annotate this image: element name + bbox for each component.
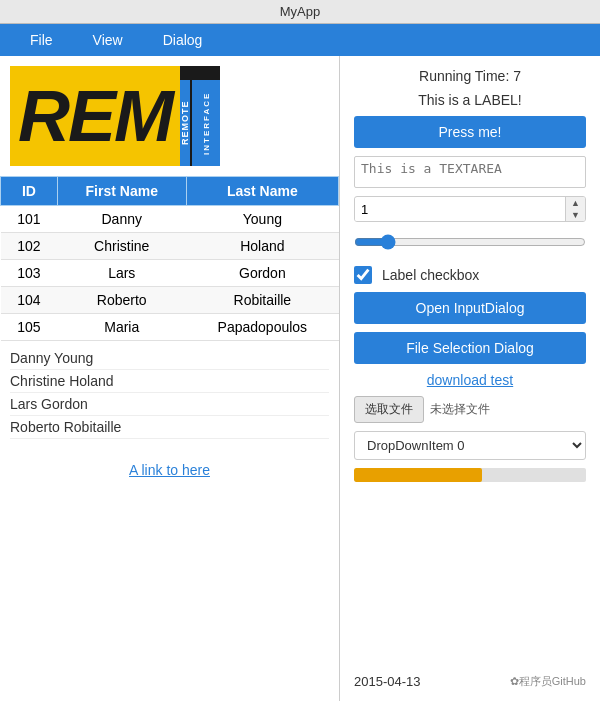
cell-lastname: Papadopoulos	[186, 314, 338, 341]
logo-area: REM REMote interface	[0, 56, 339, 176]
download-test-link[interactable]: download test	[354, 372, 586, 388]
list-item: Christine Holand	[10, 370, 329, 393]
table-row[interactable]: 105 Maria Papadopoulos	[1, 314, 339, 341]
col-header-firstname: First Name	[57, 177, 186, 206]
text-list: Danny YoungChristine HolandLars GordonRo…	[0, 341, 339, 445]
menu-bar: File View Dialog	[0, 24, 600, 56]
rem-letters: REM	[18, 80, 172, 152]
file-chooser-row: 选取文件 未选择文件	[354, 396, 586, 423]
slider-input[interactable]	[354, 234, 586, 250]
label-checkbox[interactable]	[354, 266, 372, 284]
link-area: A link to here	[0, 445, 339, 495]
left-panel: REM REMote interface	[0, 56, 340, 701]
rem-ote-text: REMote	[180, 101, 190, 146]
table-row[interactable]: 103 Lars Gordon	[1, 260, 339, 287]
file-selection-dialog-button[interactable]: File Selection Dialog	[354, 332, 586, 364]
list-item: Roberto Robitaille	[10, 416, 329, 439]
dropdown-select[interactable]: DropDownItem 0DropDownItem 1DropDownItem…	[354, 431, 586, 460]
watermark-label: ✿程序员GitHub	[510, 674, 586, 689]
cell-lastname: Holand	[186, 233, 338, 260]
rem-text-block: REM	[10, 66, 180, 166]
cell-lastname: Gordon	[186, 260, 338, 287]
spinner-arrows: ▲ ▼	[565, 197, 585, 221]
static-label: This is a LABEL!	[354, 92, 586, 108]
spinner-down[interactable]: ▼	[566, 209, 585, 221]
rem-interface-text: interface	[202, 91, 211, 154]
page-link[interactable]: A link to here	[129, 462, 210, 478]
running-time-label: Running Time: 7	[354, 68, 586, 84]
cell-id: 105	[1, 314, 58, 341]
cell-id: 101	[1, 206, 58, 233]
title-bar: MyApp	[0, 0, 600, 24]
cell-id: 102	[1, 233, 58, 260]
cell-id: 103	[1, 260, 58, 287]
cell-firstname: Lars	[57, 260, 186, 287]
cell-id: 104	[1, 287, 58, 314]
rem-ote-block: REMote	[180, 80, 190, 166]
cell-firstname: Danny	[57, 206, 186, 233]
col-header-id: ID	[1, 177, 58, 206]
progress-bar-fill	[354, 468, 482, 482]
file-choose-button[interactable]: 选取文件	[354, 396, 424, 423]
file-no-selection-label: 未选择文件	[430, 401, 490, 418]
bottom-row: 2015-04-13 ✿程序员GitHub	[354, 674, 586, 689]
spinner-container: ▲ ▼	[354, 196, 586, 222]
table-container: ID First Name Last Name 101 Danny Young …	[0, 176, 339, 341]
date-label: 2015-04-13	[354, 674, 421, 689]
rem-side: REMote interface	[180, 66, 220, 166]
cell-firstname: Maria	[57, 314, 186, 341]
right-panel: Running Time: 7 This is a LABEL! Press m…	[340, 56, 600, 701]
checkbox-label: Label checkbox	[382, 267, 479, 283]
table-row[interactable]: 104 Roberto Robitaille	[1, 287, 339, 314]
menu-dialog[interactable]: Dialog	[143, 24, 223, 56]
spinner-up[interactable]: ▲	[566, 197, 585, 209]
main-content: REM REMote interface	[0, 56, 600, 701]
list-item: Danny Young	[10, 347, 329, 370]
cell-firstname: Christine	[57, 233, 186, 260]
app-title: MyApp	[280, 4, 320, 19]
open-input-dialog-button[interactable]: Open InputDialog	[354, 292, 586, 324]
menu-file[interactable]: File	[10, 24, 73, 56]
table-row[interactable]: 101 Danny Young	[1, 206, 339, 233]
menu-view[interactable]: View	[73, 24, 143, 56]
col-header-lastname: Last Name	[186, 177, 338, 206]
table-row[interactable]: 102 Christine Holand	[1, 233, 339, 260]
data-table: ID First Name Last Name 101 Danny Young …	[0, 176, 339, 341]
textarea-field[interactable]	[354, 156, 586, 188]
cell-firstname: Roberto	[57, 287, 186, 314]
press-me-button[interactable]: Press me!	[354, 116, 586, 148]
progress-bar-container	[354, 468, 586, 482]
checkbox-row: Label checkbox	[354, 266, 586, 284]
spinner-input[interactable]	[355, 198, 565, 221]
cell-lastname: Robitaille	[186, 287, 338, 314]
rem-interface-block: interface	[192, 80, 220, 166]
rem-logo: REM REMote interface	[10, 66, 329, 166]
cell-lastname: Young	[186, 206, 338, 233]
slider-container	[354, 230, 586, 258]
table-body: 101 Danny Young 102 Christine Holand 103…	[1, 206, 339, 341]
rem-top-bar	[180, 66, 220, 80]
list-item: Lars Gordon	[10, 393, 329, 416]
